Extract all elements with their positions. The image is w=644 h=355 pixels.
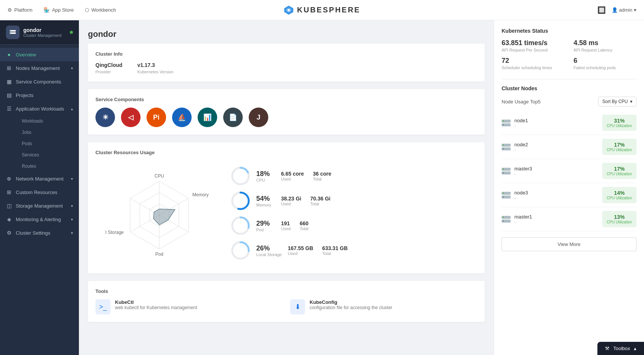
service-icon-jenkins[interactable]: J [249, 108, 268, 127]
node-pct: 17% [607, 142, 632, 148]
provider-value: QingCloud [95, 62, 122, 68]
service-icon-openelb[interactable]: ⛵ [172, 108, 192, 127]
metric-pct-block: 29% Pod [256, 220, 275, 232]
tool-item-kubectl[interactable]: >_ KubeCtl web kubectl for Kubernetes ma… [95, 299, 283, 314]
service-icon-istio[interactable]: ✳ [95, 108, 115, 127]
notification-icon[interactable]: 🔲 [597, 6, 606, 14]
sidebar-item-custom-resources[interactable]: ⊞ Custom Resources [0, 185, 79, 199]
donut-CPU [231, 166, 250, 186]
cluster-info-title: Cluster Info [95, 51, 477, 57]
metric-pct: 26% [256, 244, 282, 252]
api-req-per-sec-value: 63.851 times/s [502, 39, 565, 47]
cluster-settings-chevron-icon: ▾ [71, 231, 73, 235]
node-item-node2[interactable]: node2 - 17% CPU Utilization [502, 135, 636, 159]
node-item-node1[interactable]: node1 - 31% CPU Utilization [502, 111, 636, 135]
tool-name: KubeCtl [115, 299, 197, 305]
node-sub: - [514, 171, 599, 176]
scheduler-times-label: Scheduler scheduling times [502, 65, 565, 70]
svg-point-2 [288, 9, 290, 11]
node-pct-label: CPU Utilization [607, 196, 632, 200]
sidebar-item-pods[interactable]: Pods [16, 138, 79, 149]
node-pct: 17% [607, 166, 632, 172]
metric-pct-block: 18% CPU [256, 170, 275, 182]
sidebar-item-app-workloads[interactable]: ☰ Application Workloads ▴ [0, 102, 79, 115]
metric-total: 633.31 GB Total [322, 245, 348, 256]
sidebar-item-monitoring[interactable]: ◈ Monitoring & Alerting ▾ [0, 212, 79, 226]
service-components-title: Service Components [95, 97, 477, 102]
api-req-latency-value: 4.58 ms [574, 39, 637, 47]
sidebar-item-jobs[interactable]: Jobs [16, 127, 79, 138]
node-badge: 17% CPU Utilization [602, 163, 636, 179]
sidebar-item-workloads[interactable]: Workloads [16, 115, 79, 127]
sort-label: Sort By CPU [602, 99, 628, 104]
platform-nav[interactable]: ⚙ Platform [8, 7, 32, 13]
sidebar-item-service-components[interactable]: ▦ Service Components [0, 75, 79, 88]
sidebar-item-overview[interactable]: ● Overview [0, 48, 79, 61]
appstore-nav[interactable]: 🏪 App Store [44, 7, 74, 13]
logo: KUBESPHERE [284, 5, 361, 15]
nav-right: 🔲 👤 admin ▾ [597, 6, 636, 14]
app-workloads-label: Application Workloads [16, 106, 64, 112]
toolbox-label: Toolbox [613, 346, 630, 351]
service-icon-file[interactable]: 📄 [223, 108, 243, 127]
workbench-icon: ⬡ [85, 7, 89, 13]
service-icon-monitor[interactable]: 📊 [198, 108, 217, 127]
sidebar-item-services[interactable]: Services [16, 149, 79, 161]
cluster-nodes-title: Cluster Nodes [502, 85, 636, 91]
node-pct-label: CPU Utilization [607, 220, 632, 224]
toolbox-bar[interactable]: ⚒ Toolbox ▴ [597, 342, 644, 355]
overview-label: Overview [16, 52, 36, 58]
node-item-master3[interactable]: master3 - 17% CPU Utilization [502, 159, 636, 183]
logo-text: KUBESPHERE [297, 6, 361, 14]
cluster-nodes-section: Cluster Nodes Node Usage Top5 Sort By CP… [502, 85, 636, 251]
tool-desc: web kubectl for Kubernetes management [115, 305, 197, 310]
server-icon [502, 144, 511, 150]
view-more-button[interactable]: View More [502, 237, 636, 251]
k8s-version-info: v1.17.3 Kubernetes Version [138, 62, 174, 74]
service-icon-kubectl[interactable]: ◁ [121, 108, 141, 127]
api-req-per-sec: 63.851 times/s API Request Per Second [502, 39, 565, 52]
platform-icon: ⚙ [8, 7, 12, 13]
nodes-chevron-icon: ▾ [71, 66, 73, 70]
service-components-label: Service Components [16, 79, 61, 85]
service-icon-grafana[interactable]: Pi [147, 108, 166, 127]
sidebar-item-storage[interactable]: ◫ Storage Management ▾ [0, 199, 79, 212]
node-item-node3[interactable]: node3 - 14% CPU Utilization [502, 183, 636, 207]
metric-total: 36 core Total [313, 171, 331, 181]
api-req-latency: 4.58 ms API Request Latency [574, 39, 637, 52]
cluster-info: gondor Cluster Management [23, 27, 62, 38]
server-icon [502, 120, 511, 126]
admin-button[interactable]: 👤 admin ▾ [612, 7, 636, 13]
sidebar-item-cluster-settings[interactable]: ⚙ Cluster Settings ▾ [0, 226, 79, 240]
tool-icon: >_ [95, 299, 110, 314]
k8s-status-section: Kubernetes Status 63.851 times/s API Req… [502, 28, 636, 70]
appstore-label: App Store [52, 7, 74, 13]
donut-Local Storage [231, 241, 250, 260]
svg-text:CPU: CPU [154, 173, 164, 179]
metric-total: 70.36 Gi Total [310, 196, 331, 206]
workbench-nav[interactable]: ⬡ Workbench [85, 7, 116, 13]
metric-type-label: CPU [256, 178, 275, 182]
admin-chevron-icon: ▾ [634, 7, 636, 13]
sidebar-item-nodes[interactable]: ⊞ Nodes Management ▾ [0, 61, 79, 75]
tools-card: Tools >_ KubeCtl web kubectl for Kuberne… [88, 281, 485, 322]
node-sub: - [514, 196, 599, 200]
node-pct-label: CPU Utilization [607, 172, 632, 176]
platform-label: Platform [14, 7, 32, 13]
sort-dropdown[interactable]: Sort By CPU ▾ [598, 97, 636, 106]
sidebar-item-projects[interactable]: ▤ Projects [0, 88, 79, 102]
top-navigation: ⚙ Platform 🏪 App Store ⬡ Workbench KUBES… [0, 0, 644, 20]
sidebar-item-network[interactable]: ⊕ Network Management ▾ [0, 172, 79, 185]
cluster-settings-icon: ⚙ [6, 230, 12, 236]
node-item-master1[interactable]: master1 - 13% CPU Utilization [502, 207, 636, 231]
sidebar-item-routes[interactable]: Routes [16, 161, 79, 172]
metric-row-pod: 29% Pod 191 Used 660 Total [231, 216, 477, 235]
node-pct: 14% [607, 190, 632, 196]
metric-row-local-storage: 26% Local Storage 167.55 GB Used 633.31 … [231, 241, 477, 260]
node-pct-label: CPU Utilization [607, 148, 632, 152]
logo-icon [284, 5, 294, 15]
cluster-header[interactable]: gondor Cluster Management [0, 20, 79, 45]
node-usage-header: Node Usage Top5 Sort By CPU ▾ [502, 97, 636, 106]
tool-item-kubeconfig[interactable]: ⬇ KubeConfig configuration file for acce… [290, 299, 477, 314]
monitoring-chevron-icon: ▾ [71, 217, 73, 221]
